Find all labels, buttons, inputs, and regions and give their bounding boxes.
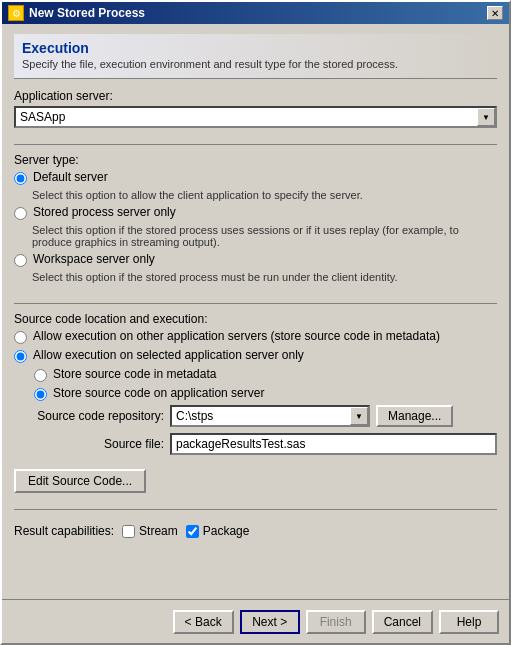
server-type-label: Server type:	[14, 153, 497, 167]
app-server-select-wrapper: SASApp ▼	[14, 106, 497, 128]
radio-workspace-label: Workspace server only	[33, 252, 155, 266]
radio-selected-input[interactable]	[14, 350, 27, 363]
window-title: New Stored Process	[29, 6, 145, 20]
radio-stored-label: Stored process server only	[33, 205, 176, 219]
radio-stored-desc: Select this option if the stored process…	[32, 224, 497, 248]
source-repo-row: Source code repository: C:\stps ▼ Manage…	[34, 405, 497, 427]
radio-store-server-input[interactable]	[34, 388, 47, 401]
section-desc: Specify the file, execution environment …	[22, 58, 489, 70]
server-type-group: Server type: Default server Select this …	[14, 153, 497, 287]
cancel-button[interactable]: Cancel	[372, 610, 433, 634]
radio-default-input[interactable]	[14, 172, 27, 185]
package-checkbox[interactable]	[186, 525, 199, 538]
title-bar-left: ⚙ New Stored Process	[8, 5, 145, 21]
edit-source-button[interactable]: Edit Source Code...	[14, 469, 146, 493]
radio-other-servers: Allow execution on other application ser…	[14, 329, 497, 344]
next-button[interactable]: Next >	[240, 610, 300, 634]
app-server-group: Application server: SASApp ▼	[14, 89, 497, 128]
main-window: ⚙ New Stored Process ✕ Execution Specify…	[0, 0, 511, 645]
help-button[interactable]: Help	[439, 610, 499, 634]
radio-selected-server: Allow execution on selected application …	[14, 348, 497, 363]
stream-label: Stream	[139, 524, 178, 538]
app-server-select[interactable]: SASApp	[14, 106, 497, 128]
radio-workspace-input[interactable]	[14, 254, 27, 267]
radio-default-server: Default server	[14, 170, 497, 185]
source-file-label: Source file:	[34, 437, 164, 451]
package-checkbox-item: Package	[186, 524, 250, 538]
radio-selected-label: Allow execution on selected application …	[33, 348, 304, 362]
radio-store-metadata-label: Store source code in metadata	[53, 367, 216, 381]
radio-default-label: Default server	[33, 170, 108, 184]
content-area: Execution Specify the file, execution en…	[2, 24, 509, 599]
radio-store-metadata-input[interactable]	[34, 369, 47, 382]
manage-button[interactable]: Manage...	[376, 405, 453, 427]
close-button[interactable]: ✕	[487, 6, 503, 20]
radio-other-input[interactable]	[14, 331, 27, 344]
radio-workspace-server: Workspace server only	[14, 252, 497, 267]
radio-workspace-desc: Select this option if the stored process…	[32, 271, 497, 283]
radio-stored-input[interactable]	[14, 207, 27, 220]
source-repo-select[interactable]: C:\stps	[170, 405, 370, 427]
app-server-row: SASApp ▼	[14, 106, 497, 128]
app-server-label: Application server:	[14, 89, 497, 103]
back-button[interactable]: < Back	[173, 610, 234, 634]
radio-store-metadata: Store source code in metadata	[34, 367, 497, 382]
radio-store-server: Store source code on application server	[34, 386, 497, 401]
radio-store-server-label: Store source code on application server	[53, 386, 264, 400]
radio-other-label: Allow execution on other application ser…	[33, 329, 440, 343]
stream-checkbox-item: Stream	[122, 524, 178, 538]
section-title: Execution	[22, 40, 489, 56]
source-location-group: Source code location and execution: Allo…	[14, 312, 497, 461]
indent-storage-options: Store source code in metadata Store sour…	[34, 367, 497, 455]
source-repo-label: Source code repository:	[34, 409, 164, 423]
footer: < Back Next > Finish Cancel Help	[2, 599, 509, 643]
window-icon: ⚙	[8, 5, 24, 21]
source-location-label: Source code location and execution:	[14, 312, 497, 326]
source-file-input[interactable]	[170, 433, 497, 455]
source-file-row: Source file:	[34, 433, 497, 455]
edit-source-wrapper: Edit Source Code...	[14, 469, 497, 493]
radio-stored-server: Stored process server only	[14, 205, 497, 220]
divider-2	[14, 303, 497, 304]
section-header: Execution Specify the file, execution en…	[14, 34, 497, 79]
divider-1	[14, 144, 497, 145]
package-label: Package	[203, 524, 250, 538]
divider-3	[14, 509, 497, 510]
finish-button[interactable]: Finish	[306, 610, 366, 634]
stream-checkbox[interactable]	[122, 525, 135, 538]
result-capabilities-row: Result capabilities: Stream Package	[14, 524, 497, 538]
radio-default-desc: Select this option to allow the client a…	[32, 189, 497, 201]
result-capabilities-label: Result capabilities:	[14, 524, 114, 538]
source-repo-select-wrapper: C:\stps ▼	[170, 405, 370, 427]
title-bar: ⚙ New Stored Process ✕	[2, 2, 509, 24]
